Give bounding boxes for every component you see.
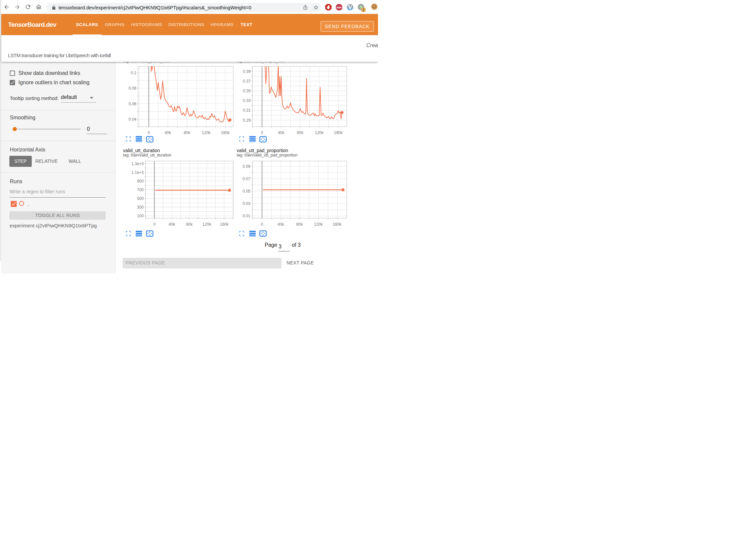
svg-text:0.33: 0.33	[243, 98, 251, 103]
svg-text:300: 300	[137, 205, 144, 210]
svg-text:80k: 80k	[297, 130, 303, 135]
svg-text:900: 900	[137, 179, 144, 184]
svg-text:0.09: 0.09	[243, 164, 251, 169]
svg-text:0.06: 0.06	[129, 102, 137, 106]
svg-text:40k: 40k	[277, 222, 284, 227]
svg-text:1.3e+3: 1.3e+3	[131, 161, 144, 166]
svg-text:0.39: 0.39	[243, 69, 251, 74]
svg-text:0: 0	[261, 222, 263, 227]
svg-text:0: 0	[261, 130, 263, 135]
svg-text:120k: 120k	[203, 222, 212, 227]
svg-text:0.31: 0.31	[243, 108, 251, 113]
svg-text:700: 700	[137, 188, 144, 192]
svg-text:1.1e+3: 1.1e+3	[131, 170, 144, 175]
svg-text:80k: 80k	[186, 222, 193, 227]
svg-text:160k: 160k	[334, 130, 343, 135]
svg-text:0.35: 0.35	[243, 89, 251, 93]
svg-text:500: 500	[137, 196, 144, 201]
svg-text:80k: 80k	[296, 222, 303, 227]
svg-text:0.08: 0.08	[129, 86, 137, 91]
svg-text:40k: 40k	[169, 222, 175, 227]
svg-text:160k: 160k	[333, 222, 342, 227]
svg-text:40k: 40k	[278, 130, 284, 135]
svg-text:0.37: 0.37	[243, 79, 251, 84]
svg-text:80k: 80k	[184, 130, 191, 135]
svg-text:120k: 120k	[315, 130, 324, 135]
svg-text:0.05: 0.05	[243, 189, 251, 194]
svg-text:40k: 40k	[165, 130, 171, 135]
svg-text:160k: 160k	[220, 222, 229, 227]
svg-text:160k: 160k	[221, 130, 230, 135]
svg-text:0.07: 0.07	[243, 177, 251, 181]
svg-text:0.04: 0.04	[129, 117, 137, 122]
svg-text:120k: 120k	[314, 222, 323, 227]
svg-text:0.03: 0.03	[243, 201, 251, 206]
svg-text:100: 100	[137, 214, 144, 218]
svg-text:120k: 120k	[202, 130, 211, 135]
svg-text:0: 0	[148, 130, 150, 135]
svg-text:0: 0	[153, 222, 156, 227]
svg-text:0.1: 0.1	[131, 71, 136, 75]
svg-text:0.01: 0.01	[243, 214, 251, 218]
svg-text:0.29: 0.29	[243, 118, 251, 123]
